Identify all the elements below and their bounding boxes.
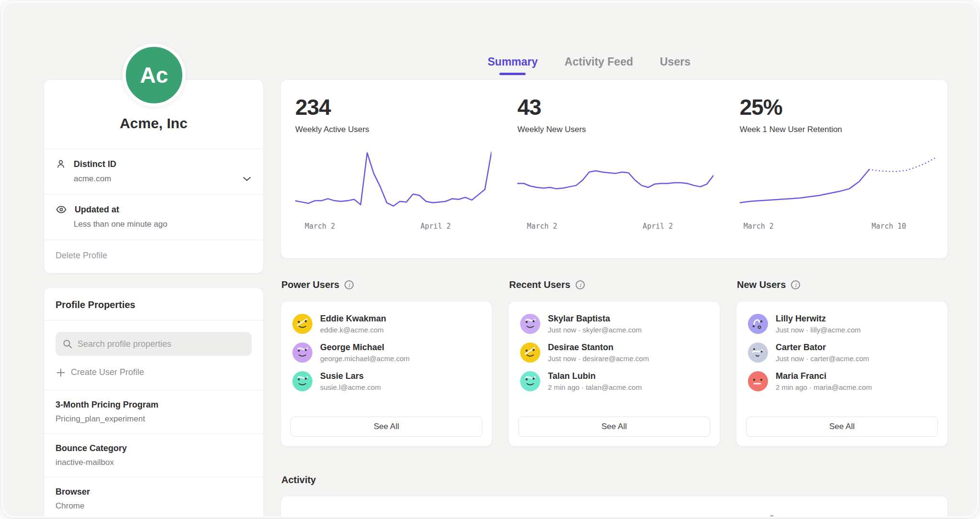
new-users-title: New Users xyxy=(737,279,786,290)
new-users-section: New Users i Lilly Herwitz Just now · lil… xyxy=(736,279,948,447)
user-name: Carter Bator xyxy=(776,342,869,353)
user-name: Talan Lubin xyxy=(548,371,642,381)
user-avatar xyxy=(748,342,768,363)
retention-label: Week 1 New User Retention xyxy=(740,125,947,134)
distinct-id-row: Distinct ID acme.com xyxy=(44,149,263,194)
recent-users-card: Skylar Baptista Just now · skyler@acme.c… xyxy=(508,301,720,447)
property-row: 3-Month Pricing Program Pricing_plan_exp… xyxy=(44,390,263,433)
activity-card: 234 240 3.4k xyxy=(280,496,948,518)
tab-summary[interactable]: Summary xyxy=(488,55,538,75)
retention-value: 25% xyxy=(740,94,947,120)
distinct-id-label: Distinct ID xyxy=(74,159,116,169)
weekly-active-users-column: 234 Weekly Active Users March 2 April 2 xyxy=(281,80,503,258)
user-row[interactable]: Susie Lars susie.l@acme.com xyxy=(292,371,480,391)
power-users-section: Power Users i Eddie Kwakman eddie.k@acme… xyxy=(280,279,492,447)
eye-icon xyxy=(56,204,67,215)
new-users-card: Lilly Herwitz Just now · lilly@acme.com … xyxy=(736,301,948,447)
user-avatar xyxy=(748,314,768,334)
weekly-new-users-value: 43 xyxy=(517,94,725,120)
info-icon[interactable]: i xyxy=(575,280,585,290)
search-profile-properties-input[interactable] xyxy=(56,332,252,356)
face-icon xyxy=(292,342,312,363)
user-detail: 2 min ago · maria@acme.com xyxy=(776,383,872,391)
property-name: 3-Month Pricing Program xyxy=(56,400,252,410)
user-cards-row: Power Users i Eddie Kwakman eddie.k@acme… xyxy=(280,279,948,447)
user-avatar xyxy=(520,314,540,334)
see-all-button[interactable]: See All xyxy=(290,417,482,437)
weekly-active-users-sparkline xyxy=(295,143,491,217)
user-detail: 2 min ago · talan@acme.com xyxy=(548,383,642,391)
profile-properties-title: Profile Properties xyxy=(44,288,263,320)
user-name: Eddie Kwakman xyxy=(320,314,386,324)
info-icon[interactable]: i xyxy=(791,280,801,290)
user-avatar xyxy=(292,342,312,363)
user-row[interactable]: Skylar Baptista Just now · skyler@acme.c… xyxy=(520,314,708,334)
company-avatar-initials: Ac xyxy=(140,62,168,88)
user-name: Maria Franci xyxy=(776,371,872,381)
user-row[interactable]: Maria Franci 2 min ago · maria@acme.com xyxy=(748,371,936,391)
face-icon xyxy=(748,314,768,334)
property-value: Chrome xyxy=(56,501,252,511)
active-tab-underline xyxy=(500,73,526,75)
weekly-new-users-label: Weekly New Users xyxy=(517,125,725,134)
x-tick-end: April 2 xyxy=(421,222,451,231)
company-avatar: Ac xyxy=(122,44,186,107)
face-icon xyxy=(520,342,540,363)
activity-stat-value: 3.4k xyxy=(740,511,947,518)
user-row[interactable]: Eddie Kwakman eddie.k@acme.com xyxy=(292,314,480,334)
tab-users[interactable]: Users xyxy=(660,55,690,75)
user-avatar xyxy=(520,342,540,363)
weekly-active-users-label: Weekly Active Users xyxy=(295,125,503,134)
updated-at-label: Updated at xyxy=(75,205,119,215)
create-user-profile-label: Create User Profile xyxy=(71,367,144,377)
x-tick-end: March 10 xyxy=(871,222,906,231)
user-name: Desirae Stanton xyxy=(548,342,649,353)
weekly-new-users-column: 43 Weekly New Users March 2 April 2 xyxy=(503,80,725,258)
user-row[interactable]: Carter Bator Just now · carter@acme.com xyxy=(748,342,936,363)
user-detail: Just now · desirare@acme.com xyxy=(548,354,649,363)
user-avatar xyxy=(292,314,312,334)
property-value: Pricing_plan_experiment xyxy=(56,414,252,424)
property-row: Browser Chrome xyxy=(44,477,263,518)
create-user-profile-button[interactable]: Create User Profile xyxy=(56,367,251,377)
power-users-title: Power Users xyxy=(281,279,339,290)
profile-properties-card: Profile Properties Create User Profile 3… xyxy=(44,287,264,518)
user-detail: Just now · skyler@acme.com xyxy=(548,326,642,334)
distinct-id-value: acme.com xyxy=(74,174,252,184)
user-detail: Just now · carter@acme.com xyxy=(776,354,869,363)
user-row[interactable]: Desirae Stanton Just now · desirare@acme… xyxy=(520,342,708,363)
updated-at-value: Less than one minute ago xyxy=(74,220,252,229)
activity-stat-value: 234 xyxy=(295,511,503,518)
user-row[interactable]: George Michael george.michael@acme.com xyxy=(292,342,480,363)
see-all-button[interactable]: See All xyxy=(518,417,710,437)
face-icon xyxy=(520,371,540,391)
tab-summary-label: Summary xyxy=(488,55,538,68)
search-icon xyxy=(62,339,73,349)
user-row[interactable]: Lilly Herwitz Just now · lilly@acme.com xyxy=(748,314,936,334)
power-users-card: Eddie Kwakman eddie.k@acme.com George Mi… xyxy=(280,301,492,447)
x-tick-start: March 2 xyxy=(744,222,774,231)
chevron-down-icon[interactable] xyxy=(242,176,252,182)
tab-activity-feed[interactable]: Activity Feed xyxy=(565,55,633,75)
svg-text:i: i xyxy=(579,282,582,288)
plus-icon xyxy=(56,368,65,377)
summary-stats-card: 234 Weekly Active Users March 2 April 2 … xyxy=(280,79,948,259)
user-name: Susie Lars xyxy=(320,371,381,381)
property-row: Bounce Category inactive-mailbox xyxy=(44,434,263,477)
retention-column: 25% Week 1 New User Retention March 2 Ma… xyxy=(725,80,947,258)
user-name: Lilly Herwitz xyxy=(776,314,861,324)
face-icon xyxy=(520,314,540,334)
user-row[interactable]: Talan Lubin 2 min ago · talan@acme.com xyxy=(520,371,708,391)
retention-sparkline xyxy=(740,143,936,217)
activity-stat-value: 240 xyxy=(517,511,725,518)
see-all-button[interactable]: See All xyxy=(746,417,938,437)
user-avatar xyxy=(520,371,540,391)
tab-activity-feed-label: Activity Feed xyxy=(565,55,633,68)
face-icon xyxy=(292,371,312,391)
delete-profile-button[interactable]: Delete Profile xyxy=(44,240,263,273)
search-wrap xyxy=(56,332,252,356)
activity-section-title: Activity xyxy=(281,475,316,486)
face-icon xyxy=(292,314,312,334)
user-name: George Michael xyxy=(320,342,410,353)
info-icon[interactable]: i xyxy=(344,280,354,290)
